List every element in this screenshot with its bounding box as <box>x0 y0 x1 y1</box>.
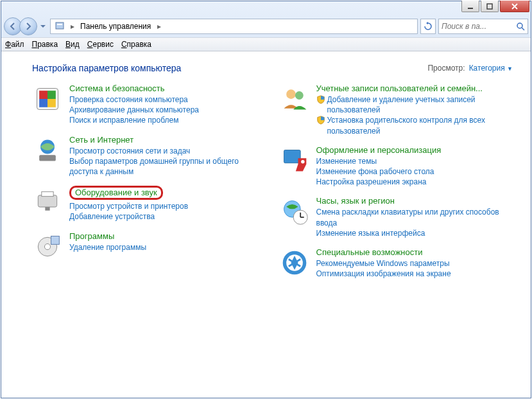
clock-icon <box>279 196 310 227</box>
network-link-0[interactable]: Просмотр состояния сети и задач <box>69 146 266 156</box>
history-dropdown[interactable] <box>39 21 47 32</box>
forward-button[interactable] <box>19 17 37 35</box>
menu-file[interactable]: Файлdocument.currentScript.previousEleme… <box>5 40 24 49</box>
search-box[interactable] <box>438 19 528 34</box>
appearance-title[interactable]: Оформление и персонализация <box>316 145 513 155</box>
svg-rect-21 <box>284 150 300 163</box>
network-title[interactable]: Сеть и Интернет <box>69 135 266 145</box>
users-icon <box>279 84 310 114</box>
svg-rect-7 <box>39 91 47 99</box>
network-link-1[interactable]: Выбор параметров домашней группы и общег… <box>69 156 266 177</box>
system-link-1[interactable]: Архивирование данных компьютера <box>69 105 266 115</box>
category-ease: Специальные возможности Рекомендуемые Wi… <box>279 247 513 279</box>
content-header: Настройка параметров компьютера Просмотр… <box>32 63 513 73</box>
svg-line-5 <box>522 28 524 30</box>
appearance-link-1[interactable]: Изменение фона рабочего стола <box>316 166 513 177</box>
svg-point-22 <box>301 160 305 164</box>
menu-tools[interactable]: Сервис <box>87 40 114 49</box>
nav-buttons <box>4 17 37 35</box>
hardware-link-1[interactable]: Добавление устройства <box>69 211 266 222</box>
svg-rect-2 <box>56 22 64 29</box>
hardware-title[interactable]: Оборудование и звук <box>69 186 266 200</box>
svg-rect-0 <box>468 8 473 9</box>
menubar: Файлdocument.currentScript.previousEleme… <box>1 37 531 51</box>
right-column: Учетные записи пользователей и семейн...… <box>279 84 513 288</box>
menu-help[interactable]: Справка <box>121 40 151 49</box>
svg-rect-10 <box>47 99 56 107</box>
system-link-2[interactable]: Поиск и исправление проблем <box>69 115 266 125</box>
minimize-button[interactable] <box>461 1 479 12</box>
category-appearance: Оформление и персонализация Изменение те… <box>279 145 513 188</box>
shield-icon <box>316 95 325 104</box>
category-system: Система и безопасность Проверка состояни… <box>32 84 266 126</box>
category-users: Учетные записи пользователей и семейн...… <box>279 84 513 136</box>
search-input[interactable] <box>442 22 516 31</box>
users-title[interactable]: Учетные записи пользователей и семейн... <box>316 84 513 93</box>
breadcrumb-root-arrow[interactable]: ▸ <box>69 19 76 33</box>
clock-link-0[interactable]: Смена раскладки клавиатуры или других сп… <box>316 207 513 227</box>
svg-rect-18 <box>51 236 60 244</box>
titlebar <box>1 1 531 15</box>
category-network: Сеть и Интернет Просмотр состояния сети … <box>32 135 266 177</box>
system-link-0[interactable]: Проверка состояния компьютера <box>69 94 266 105</box>
category-columns: Система и безопасность Проверка состояни… <box>32 84 513 288</box>
breadcrumb-arrow[interactable]: ▸ <box>155 19 163 33</box>
system-icon <box>32 84 63 114</box>
address-bar[interactable]: ▸ Панель управления ▸ <box>50 19 418 34</box>
search-icon <box>516 22 525 31</box>
programs-link-0[interactable]: Удаление программы <box>69 242 266 253</box>
svg-point-20 <box>295 91 303 100</box>
users-link-0[interactable]: Добавление и удаление учетных записей по… <box>316 94 513 115</box>
view-dropdown[interactable]: Категория ▼ <box>469 64 513 73</box>
refresh-button[interactable] <box>420 19 436 34</box>
ease-link-0[interactable]: Рекомендуемые Windows параметры <box>316 258 513 269</box>
clock-link-1[interactable]: Изменение языка интерфейса <box>316 228 513 238</box>
svg-point-17 <box>44 244 50 249</box>
svg-rect-14 <box>42 191 53 196</box>
svg-rect-12 <box>39 155 56 161</box>
control-panel-icon <box>53 20 66 33</box>
maximize-button[interactable] <box>481 1 499 12</box>
ease-title[interactable]: Специальные возможности <box>316 247 513 257</box>
svg-point-4 <box>517 23 522 28</box>
breadcrumb-control-panel[interactable]: Панель управления <box>76 19 155 33</box>
window-controls <box>461 1 529 12</box>
left-column: Система и безопасность Проверка состояни… <box>32 84 266 288</box>
shield-icon <box>316 116 325 125</box>
system-title[interactable]: Система и безопасность <box>69 84 266 93</box>
svg-point-19 <box>286 89 296 99</box>
ease-icon <box>279 247 310 278</box>
svg-rect-1 <box>487 4 492 9</box>
content-area: Настройка параметров компьютера Просмотр… <box>1 51 531 398</box>
network-icon <box>32 135 63 166</box>
svg-rect-9 <box>39 99 47 107</box>
category-programs: Программы Удаление программы <box>32 231 266 262</box>
svg-rect-3 <box>57 24 62 25</box>
ease-link-1[interactable]: Оптимизация изображения на экране <box>316 269 513 279</box>
menu-view[interactable]: Вид <box>65 40 80 49</box>
appearance-link-0[interactable]: Изменение темы <box>316 156 513 166</box>
navigation-row: ▸ Панель управления ▸ <box>1 15 531 37</box>
programs-icon <box>32 231 63 262</box>
svg-rect-13 <box>38 195 56 207</box>
svg-rect-15 <box>45 207 49 211</box>
svg-rect-8 <box>47 91 56 99</box>
control-panel-window: ▸ Панель управления ▸ Файлdocument.curre… <box>1 1 531 398</box>
category-clock: Часы, язык и регион Смена раскладки клав… <box>279 196 513 238</box>
hardware-icon <box>32 186 63 217</box>
view-control: Просмотр: Категория ▼ <box>427 64 513 73</box>
close-button[interactable] <box>500 1 529 12</box>
clock-title[interactable]: Часы, язык и регион <box>316 196 513 206</box>
programs-title[interactable]: Программы <box>69 231 266 241</box>
appearance-icon <box>279 145 310 176</box>
page-title: Настройка параметров компьютера <box>32 63 181 73</box>
hardware-link-0[interactable]: Просмотр устройств и принтеров <box>69 201 266 211</box>
view-label: Просмотр: <box>427 64 465 73</box>
users-link-1[interactable]: Установка родительского контроля для все… <box>316 115 513 136</box>
menu-edit[interactable]: Правка <box>32 40 58 49</box>
appearance-link-2[interactable]: Настройка разрешения экрана <box>316 177 513 187</box>
category-hardware: Оборудование и звук Просмотр устройств и… <box>32 186 266 222</box>
